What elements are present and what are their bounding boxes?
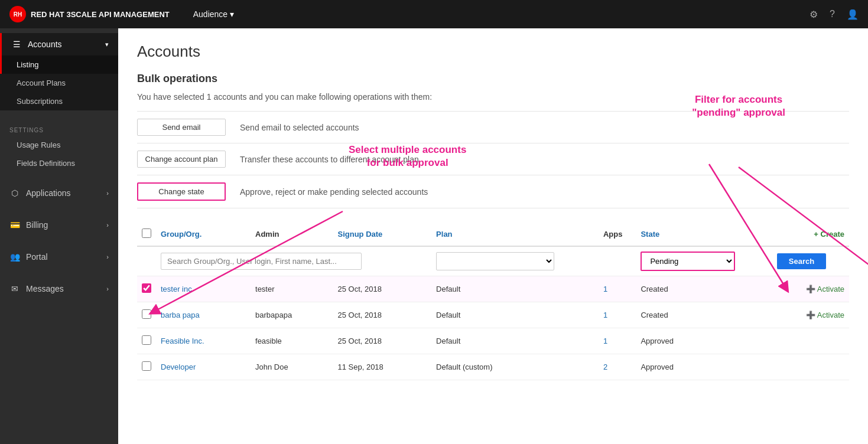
user-icon[interactable]: 👤 [847,9,859,20]
table-row: barba papa barbapapa 25 Oct, 2018 Defaul… [137,302,849,328]
row-checkbox-cell [137,328,156,354]
row-group: tester inc [156,276,251,302]
row-admin: John Doe [251,354,333,380]
sidebar-item-portal[interactable]: 👥 Portal › [0,246,118,268]
messages-icon: ✉ [9,283,20,294]
filter-checkbox-cell [137,246,156,276]
create-header: + Create [772,223,849,246]
chevron-icon-messages: › [106,285,109,292]
sidebar-item-account-plans[interactable]: Account Plans [0,74,118,92]
app-title: RED HAT 3SCALE API MANAGEMENT [31,10,170,19]
page-title: Accounts [137,43,849,61]
billing-icon: 💳 [9,220,20,230]
sidebar-portal-section: 👥 Portal › [0,241,118,273]
send-email-desc: Send email to selected accounts [240,123,359,132]
chevron-icon: ▾ [105,41,109,48]
row-apps: 1 [599,276,636,302]
sidebar-billing-section: 💳 Billing › [0,209,118,241]
sidebar-item-listing[interactable]: Listing [0,56,118,74]
sidebar-item-subscriptions[interactable]: Subscriptions [0,92,118,110]
chevron-icon-billing: › [106,221,109,228]
row-checkbox[interactable] [142,335,151,345]
row-state: Created [636,276,772,302]
row-checkbox[interactable] [142,361,151,371]
logo-icon: RH [9,6,26,22]
apps-header: Apps [599,223,636,246]
state-header: State [636,223,772,246]
create-link[interactable]: + Create [814,230,844,239]
signup-date-header: Signup Date [333,223,431,246]
chevron-icon-apps: › [106,190,109,197]
row-admin: feasible [251,328,333,354]
sidebar-item-billing[interactable]: 💳 Billing › [0,214,118,236]
gear-icon[interactable]: ⚙ [810,9,818,20]
send-email-button[interactable]: Send email [137,119,226,136]
row-state: Approved [636,354,772,380]
state-filter-select[interactable]: Pending Approved Rejected Created [641,252,735,271]
bulk-operations-list: Send email Send email to selected accoun… [137,111,849,208]
admin-header: Admin [251,223,333,246]
sidebar-item-accounts[interactable]: ☰ Accounts ▾ [0,33,118,56]
bulk-description: You have selected 1 accounts and you can… [137,92,849,102]
table-row: tester inc tester 25 Oct, 2018 Default 1… [137,276,849,302]
help-icon[interactable]: ? [830,9,835,19]
row-state: Approved [636,328,772,354]
row-checkbox-cell [137,354,156,380]
top-navigation: RH RED HAT 3SCALE API MANAGEMENT Audienc… [0,0,868,28]
sidebar-item-fields-definitions[interactable]: Fields Definitions [0,154,118,172]
sidebar-item-applications[interactable]: ⬡ Applications › [0,182,118,204]
filter-search-btn-cell: Search [772,246,849,276]
sidebar-messages-section: ✉ Messages › [0,273,118,305]
row-action [772,354,849,380]
row-plan: Default [431,276,599,302]
group-link[interactable]: Feasible Inc. [161,337,204,345]
search-input[interactable] [161,253,362,270]
accounts-table: Group/Org. Admin Signup Date Plan Apps S… [137,223,849,380]
main-layout: ☰ Accounts ▾ Listing Account Plans Subsc… [0,28,868,444]
table-row: Feasible Inc. feasible 25 Oct, 2018 Defa… [137,328,849,354]
audience-menu[interactable]: Audience ▾ [193,9,234,19]
row-admin: tester [251,276,333,302]
sidebar-accounts-label: Accounts [28,40,62,49]
top-nav-right: ⚙ ? 👤 [810,9,859,20]
row-signup-date: 25 Oct, 2018 [333,328,431,354]
row-checkbox[interactable] [142,309,151,319]
group-link[interactable]: Developer [161,363,196,371]
portal-icon: 👥 [9,252,20,262]
plan-filter-select[interactable]: Default [436,252,554,270]
change-state-desc: Approve, reject or make pending selected… [240,187,428,197]
accounts-icon: ☰ [11,39,22,50]
table-row: Developer John Doe 11 Sep, 2018 Default … [137,354,849,380]
sidebar-item-messages[interactable]: ✉ Messages › [0,278,118,300]
group-link[interactable]: tester inc [161,285,192,293]
sidebar-item-usage-rules[interactable]: Usage Rules [0,136,118,154]
row-state: Created [636,302,772,328]
select-all-checkbox[interactable] [142,228,151,238]
chevron-down-icon: ▾ [230,9,234,19]
change-state-button[interactable]: Change state [137,182,226,201]
group-link[interactable]: barba papa [161,311,200,319]
sidebar-accounts-section: ☰ Accounts ▾ Listing Account Plans Subsc… [0,28,118,115]
row-checkbox[interactable] [142,283,151,293]
row-group: Feasible Inc. [156,328,251,354]
activate-link[interactable]: ➕ Activate [806,285,844,293]
row-plan: Default (custom) [431,354,599,380]
plan-header: Plan [431,223,599,246]
bulk-change-plan-row: Change account plan Transfer these accou… [137,143,849,175]
row-apps: 2 [599,354,636,380]
sidebar-messages-label: Messages [26,284,64,293]
row-group: barba papa [156,302,251,328]
row-apps: 1 [599,302,636,328]
change-account-plan-button[interactable]: Change account plan [137,151,226,168]
group-org-header: Group/Org. [156,223,251,246]
sidebar-settings-section: Settings Usage Rules Fields Definitions [0,115,118,177]
sidebar-applications-label: Applications [26,188,71,198]
row-admin: barbapapa [251,302,333,328]
search-button[interactable]: Search [777,253,826,269]
activate-link[interactable]: ➕ Activate [806,311,844,319]
accounts-tbody: tester inc tester 25 Oct, 2018 Default 1… [137,276,849,380]
row-action: ➕ Activate [772,302,849,328]
change-plan-desc: Transfer these accounts to different acc… [240,155,419,164]
sidebar-accounts-sub: Listing Account Plans Subscriptions [0,56,118,110]
sidebar-applications-section: ⬡ Applications › [0,177,118,209]
